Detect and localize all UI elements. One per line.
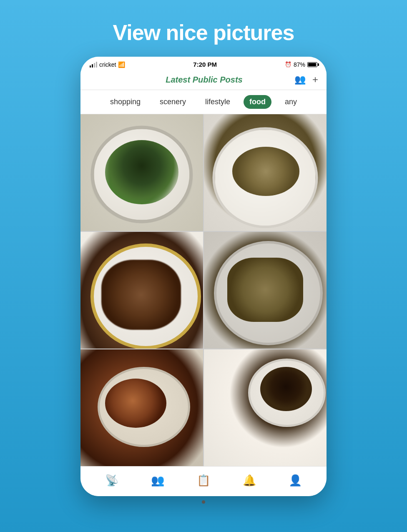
tab-shopping[interactable]: shopping bbox=[104, 95, 146, 109]
battery-percentage: 87% bbox=[294, 61, 305, 68]
tab-lifestyle[interactable]: lifestyle bbox=[199, 95, 236, 109]
tab-food[interactable]: food bbox=[244, 95, 271, 109]
food-image-4[interactable] bbox=[204, 232, 327, 349]
header-icons: 👥 + bbox=[294, 74, 318, 85]
page-indicator bbox=[198, 496, 209, 508]
food-image-3[interactable] bbox=[80, 232, 203, 349]
signal-bar-1 bbox=[90, 65, 91, 68]
indicator-dot bbox=[202, 500, 205, 504]
status-time: 7:20 PM bbox=[193, 61, 217, 68]
food-image-2[interactable] bbox=[204, 114, 327, 231]
notifications-icon: 🔔 bbox=[243, 474, 256, 487]
food-image-6[interactable] bbox=[204, 349, 327, 466]
image-grid bbox=[80, 114, 327, 466]
nav-item-radar[interactable]: 📡 bbox=[101, 472, 123, 489]
food-image-1[interactable] bbox=[80, 114, 203, 231]
nav-item-posts[interactable]: 📋 bbox=[193, 472, 214, 489]
wifi-icon: 📶 bbox=[118, 61, 125, 68]
filter-tabs: shopping scenery lifestyle food any bbox=[80, 90, 327, 114]
status-bar: cricket 📶 7:20 PM ⏰ 87% bbox=[80, 57, 327, 70]
add-post-icon[interactable]: + bbox=[312, 74, 318, 85]
app-header: Latest Public Posts 👥 + bbox=[80, 70, 327, 90]
nav-item-profile[interactable]: 👤 bbox=[284, 472, 306, 489]
food-image-5[interactable] bbox=[80, 349, 203, 466]
battery-fill bbox=[308, 63, 316, 66]
alarm-icon: ⏰ bbox=[285, 61, 291, 68]
radar-icon: 📡 bbox=[105, 474, 118, 487]
posts-icon: 📋 bbox=[197, 474, 210, 487]
signal-bars-icon bbox=[90, 62, 97, 68]
profile-icon: 👤 bbox=[289, 474, 302, 487]
phone-frame: cricket 📶 7:20 PM ⏰ 87% Latest Public Po… bbox=[80, 57, 327, 496]
signal-bar-2 bbox=[92, 64, 93, 68]
signal-bar-4 bbox=[96, 62, 97, 68]
page-title: View nice pictures bbox=[113, 20, 294, 45]
signal-bar-3 bbox=[94, 63, 95, 68]
nav-item-people[interactable]: 👥 bbox=[147, 472, 168, 489]
status-right: ⏰ 87% bbox=[285, 61, 317, 68]
tab-any[interactable]: any bbox=[279, 95, 303, 109]
battery-icon bbox=[307, 62, 317, 67]
nav-item-notifications[interactable]: 🔔 bbox=[239, 472, 260, 489]
header-title: Latest Public Posts bbox=[114, 75, 294, 85]
carrier-label: cricket bbox=[99, 61, 116, 68]
tab-scenery[interactable]: scenery bbox=[154, 95, 192, 109]
bottom-nav: 📡 👥 📋 🔔 👤 bbox=[80, 466, 327, 496]
status-left: cricket 📶 bbox=[90, 61, 125, 68]
group-icon[interactable]: 👥 bbox=[294, 74, 306, 85]
people-icon: 👥 bbox=[151, 474, 164, 487]
